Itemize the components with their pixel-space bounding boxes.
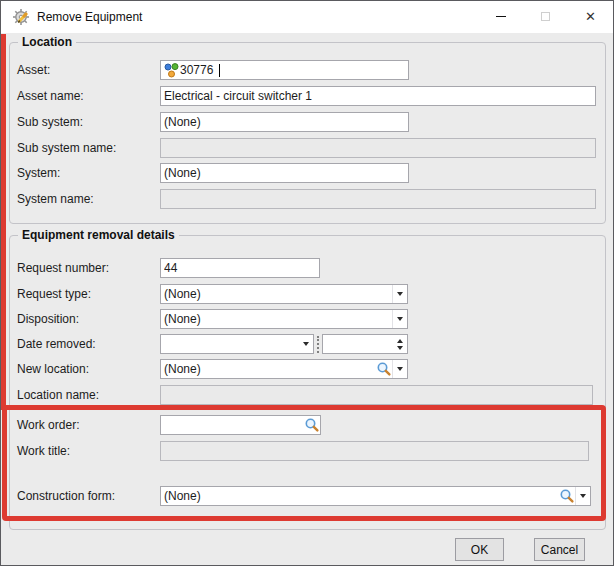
dropdown-arrow-button[interactable] [392, 360, 407, 378]
chevron-down-icon [580, 494, 586, 498]
sub-system-value: (None) [164, 113, 405, 131]
sub-system-name-field [160, 138, 596, 158]
dropdown-arrow-button[interactable] [392, 310, 407, 328]
construction-form-value: (None) [164, 487, 559, 505]
disposition-label: Disposition: [17, 309, 157, 329]
sub-system-name-label: Sub system name: [17, 138, 157, 158]
request-type-value: (None) [164, 285, 392, 303]
disposition-value: (None) [164, 310, 392, 328]
dropdown-arrow-button[interactable] [575, 487, 590, 505]
dropdown-arrow-button[interactable] [392, 285, 407, 303]
maximize-button [523, 1, 568, 32]
chevron-down-icon [397, 367, 403, 371]
time-spin-buttons[interactable] [393, 335, 407, 353]
chevron-down-icon [397, 292, 403, 296]
system-field[interactable]: (None) [160, 163, 409, 183]
sub-system-label: Sub system: [17, 112, 157, 132]
spin-down-icon [397, 346, 403, 350]
new-location-value: (None) [164, 360, 376, 378]
red-highlight-left-stripe [1, 34, 6, 410]
ok-button[interactable]: OK [455, 538, 504, 561]
work-title-label: Work title: [17, 441, 157, 461]
new-location-label: New location: [17, 359, 157, 379]
work-order-label: Work order: [17, 415, 157, 435]
date-time-separator [317, 336, 319, 353]
location-group-title: Location [18, 35, 76, 49]
construction-form-label: Construction form: [17, 486, 157, 506]
disposition-dropdown[interactable]: (None) [160, 309, 408, 329]
close-icon: ✕ [585, 10, 596, 23]
date-dropdown-arrow-button[interactable] [298, 335, 313, 353]
request-number-input[interactable]: 44 [160, 258, 320, 278]
asset-tree-icon [164, 63, 180, 78]
date-removed-time-spinner[interactable] [322, 334, 408, 354]
details-group-title: Equipment removal details [18, 228, 179, 242]
system-value: (None) [164, 164, 405, 182]
request-type-dropdown[interactable]: (None) [160, 284, 408, 304]
search-icon[interactable] [304, 417, 320, 433]
titlebar[interactable]: Remove Equipment ✕ [1, 1, 613, 33]
minimize-button[interactable] [478, 1, 523, 32]
chevron-down-icon [397, 317, 403, 321]
asset-value: 30776 [180, 61, 405, 79]
asset-name-value: Electrical - circuit switcher 1 [164, 87, 592, 105]
asset-name-field: Electrical - circuit switcher 1 [160, 86, 596, 106]
text-cursor [219, 64, 220, 77]
new-location-dropdown[interactable]: (None) [160, 359, 408, 379]
system-name-label: System name: [17, 189, 157, 209]
asset-label: Asset: [17, 60, 157, 80]
system-name-field [160, 189, 596, 209]
construction-form-dropdown[interactable]: (None) [160, 486, 591, 506]
system-label: System: [17, 163, 157, 183]
search-icon[interactable] [376, 361, 392, 377]
work-title-field [160, 441, 589, 461]
work-order-input[interactable] [160, 415, 321, 435]
sub-system-field[interactable]: (None) [160, 112, 409, 132]
spin-up-icon [397, 339, 403, 343]
date-removed-date-picker[interactable] [160, 334, 314, 354]
location-name-label: Location name: [17, 385, 157, 405]
search-icon[interactable] [559, 488, 575, 504]
window-title: Remove Equipment [37, 1, 142, 33]
cancel-button[interactable]: Cancel [534, 538, 585, 561]
minimize-icon [496, 16, 506, 17]
remove-equipment-dialog: Remove Equipment ✕ Location Asset: 30776… [0, 0, 614, 566]
close-button[interactable]: ✕ [568, 1, 613, 32]
maximize-icon [541, 12, 550, 21]
request-number-label: Request number: [17, 258, 157, 278]
asset-input[interactable]: 30776 [160, 60, 409, 80]
gear-pencil-app-icon [12, 8, 30, 26]
caption-buttons: ✕ [478, 1, 613, 32]
request-type-label: Request type: [17, 284, 157, 304]
chevron-down-icon [303, 342, 309, 346]
asset-name-label: Asset name: [17, 86, 157, 106]
date-removed-label: Date removed: [17, 334, 157, 354]
request-number-value: 44 [164, 259, 316, 277]
location-name-field [160, 385, 593, 405]
